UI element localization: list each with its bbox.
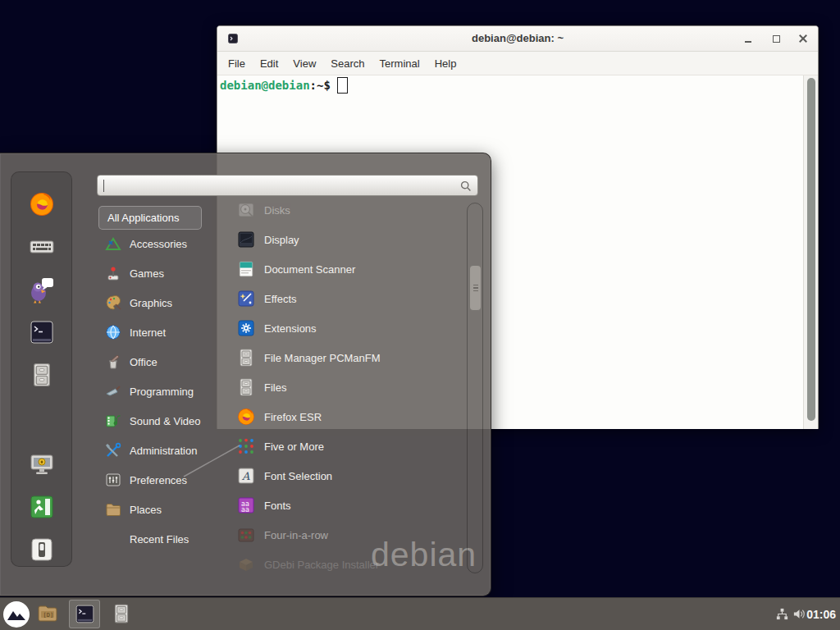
search-input[interactable] — [103, 176, 454, 196]
taskbar-terminal-button[interactable] — [69, 600, 100, 628]
taskbar: [D] — [0, 597, 840, 630]
app-item-five-or-more[interactable]: Five or More — [236, 431, 466, 461]
favorite-file-manager[interactable] — [27, 360, 57, 390]
all-applications-button[interactable]: All Applications — [98, 206, 202, 230]
volume-icon[interactable] — [792, 607, 806, 621]
menu-item-edit[interactable]: Edit — [253, 52, 285, 75]
menu-item-file[interactable]: File — [221, 52, 253, 75]
category-item-graphics[interactable]: Graphics — [97, 288, 235, 317]
minimize-button[interactable] — [741, 32, 756, 45]
svg-text:[D]: [D] — [43, 612, 54, 619]
menu-item-help[interactable]: Help — [427, 52, 464, 75]
taskbar-files-button[interactable] — [110, 602, 133, 625]
app-item-document-scanner[interactable]: Document Scanner — [236, 254, 466, 284]
menu-button[interactable] — [2, 600, 30, 628]
category-item-internet[interactable]: Internet — [97, 317, 235, 347]
sound-video-icon — [104, 412, 122, 430]
search-icon — [459, 180, 472, 193]
app-item-disks[interactable]: Disks — [236, 195, 466, 225]
category-item-recent-files[interactable]: Recent Files — [97, 524, 235, 554]
document-scanner-icon — [236, 259, 256, 279]
preferences-icon — [104, 471, 122, 489]
accessories-icon — [104, 235, 122, 253]
minimize-icon — [745, 41, 751, 43]
terminal-menubar: File Edit View Search Terminal Help — [217, 52, 818, 75]
taskbar-folder-button[interactable]: [D] — [36, 602, 59, 625]
all-applications-label: All Applications — [107, 212, 179, 224]
maximize-button[interactable] — [769, 32, 783, 45]
maximize-icon — [773, 35, 780, 43]
terminal-prompt: debian@debian:~$ — [220, 77, 348, 94]
file-cabinet-icon — [111, 603, 132, 624]
app-item-display[interactable]: Display — [236, 225, 466, 254]
favorite-pidgin[interactable] — [27, 275, 57, 304]
favorite-logout[interactable] — [27, 492, 57, 522]
desktop: debian@debian: ~ File Edit View Search T… — [0, 0, 840, 630]
favorite-terminal[interactable] — [27, 317, 57, 347]
logout-icon — [28, 493, 56, 521]
five-or-more-icon — [236, 436, 256, 456]
effects-icon — [236, 289, 256, 308]
close-icon — [798, 34, 808, 43]
app-item-gdebi-package-installer[interactable]: GDebi Package Installer — [236, 550, 466, 579]
lock-screen-icon — [28, 450, 56, 478]
firefox-icon — [28, 190, 56, 218]
prompt-suffix: :~$ — [310, 79, 331, 92]
app-item-four-in-a-row[interactable]: Four-in-a-row — [236, 520, 466, 550]
internet-globe-icon — [104, 323, 122, 341]
file-cabinet-icon — [236, 348, 256, 368]
app-item-font-selection[interactable]: A Font Selection — [236, 461, 466, 491]
category-item-programming[interactable]: Programming — [97, 377, 235, 406]
extensions-icon — [236, 318, 256, 338]
programming-icon — [104, 382, 122, 400]
category-item-games[interactable]: Games — [97, 258, 235, 288]
category-item-accessories[interactable]: Accessories — [97, 229, 235, 258]
favorite-lock-screen[interactable] — [27, 450, 57, 479]
terminal-scrollbar-track — [803, 75, 818, 429]
desktop-folder-icon: [D] — [36, 602, 59, 625]
category-item-administration[interactable]: Administration — [97, 436, 235, 465]
network-icon[interactable] — [775, 607, 789, 621]
terminal-cursor — [337, 77, 348, 94]
category-item-sound-video[interactable]: Sound & Video — [97, 406, 235, 436]
category-item-preferences[interactable]: Preferences — [97, 465, 235, 495]
app-item-fonts[interactable]: aa aa Fonts — [236, 491, 466, 520]
window-title: debian@debian: ~ — [217, 32, 818, 44]
keyboard-icon — [28, 233, 56, 261]
app-list-scrollbar-track — [467, 203, 483, 573]
terminal-scrollbar-thumb[interactable] — [807, 78, 815, 421]
menu-item-view[interactable]: View — [285, 52, 323, 75]
office-icon — [104, 353, 122, 371]
favorites-sidebar — [11, 171, 72, 567]
favorite-firefox[interactable] — [27, 189, 57, 219]
terminal-icon — [74, 603, 96, 625]
app-item-extensions[interactable]: Extensions — [236, 313, 466, 343]
gdebi-icon — [236, 555, 256, 574]
font-selection-icon: A — [236, 466, 256, 486]
category-item-places[interactable]: Places — [97, 495, 235, 524]
app-list-scrollbar-thumb[interactable] — [469, 265, 482, 311]
pidgin-icon — [28, 276, 56, 304]
games-icon — [104, 264, 122, 282]
file-cabinet-icon — [236, 377, 256, 397]
places-folder-icon — [104, 500, 122, 518]
category-item-office[interactable]: Office — [97, 347, 235, 377]
close-button[interactable] — [796, 32, 810, 45]
app-item-firefox-esr[interactable]: Firefox ESR — [236, 402, 466, 431]
terminal-icon — [28, 318, 56, 346]
favorite-keyboard[interactable] — [27, 232, 57, 262]
app-item-file-manager-pcmanfm[interactable]: File Manager PCManFM — [236, 343, 466, 372]
menu-item-search[interactable]: Search — [323, 52, 372, 75]
menu-item-terminal[interactable]: Terminal — [372, 52, 427, 75]
app-item-files[interactable]: Files — [236, 372, 466, 402]
prompt-user-host: debian@debian — [220, 79, 310, 92]
administration-icon — [104, 441, 122, 459]
firefox-icon — [236, 407, 256, 427]
display-icon — [236, 230, 256, 249]
graphics-icon — [104, 294, 122, 312]
shutdown-icon — [28, 536, 56, 564]
terminal-titlebar[interactable]: debian@debian: ~ — [217, 26, 818, 52]
clock[interactable]: 01:06 — [806, 598, 836, 630]
favorite-shutdown[interactable] — [27, 535, 57, 564]
app-item-effects[interactable]: Effects — [236, 284, 466, 313]
